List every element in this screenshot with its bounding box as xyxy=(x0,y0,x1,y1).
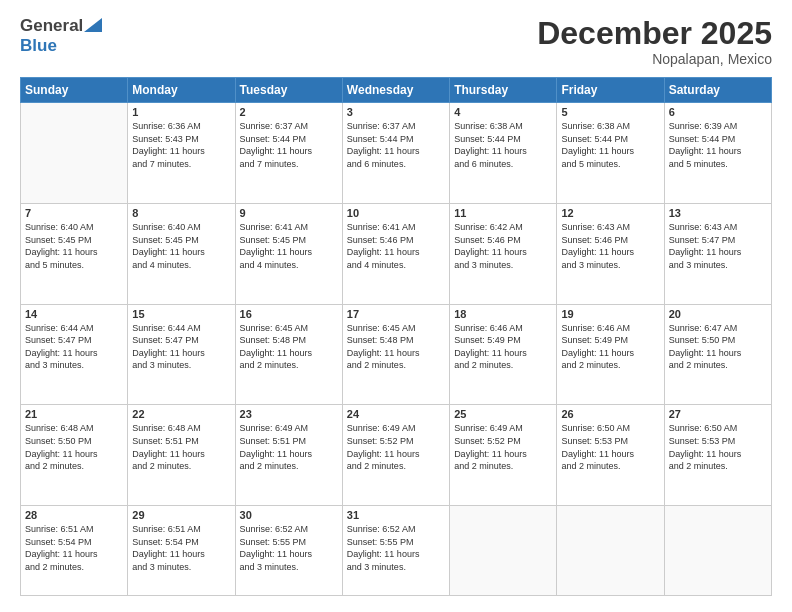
table-row: 5Sunrise: 6:38 AMSunset: 5:44 PMDaylight… xyxy=(557,103,664,204)
day-number: 9 xyxy=(240,207,338,219)
day-number: 14 xyxy=(25,308,123,320)
month-title: December 2025 xyxy=(537,16,772,51)
table-row: 19Sunrise: 6:46 AMSunset: 5:49 PMDayligh… xyxy=(557,304,664,405)
col-saturday: Saturday xyxy=(664,78,771,103)
day-number: 2 xyxy=(240,106,338,118)
day-number: 12 xyxy=(561,207,659,219)
day-number: 3 xyxy=(347,106,445,118)
day-info: Sunrise: 6:43 AMSunset: 5:47 PMDaylight:… xyxy=(669,221,767,271)
day-info: Sunrise: 6:46 AMSunset: 5:49 PMDaylight:… xyxy=(454,322,552,372)
calendar-table: Sunday Monday Tuesday Wednesday Thursday… xyxy=(20,77,772,596)
col-tuesday: Tuesday xyxy=(235,78,342,103)
day-number: 18 xyxy=(454,308,552,320)
table-row: 20Sunrise: 6:47 AMSunset: 5:50 PMDayligh… xyxy=(664,304,771,405)
day-info: Sunrise: 6:36 AMSunset: 5:43 PMDaylight:… xyxy=(132,120,230,170)
table-row: 3Sunrise: 6:37 AMSunset: 5:44 PMDaylight… xyxy=(342,103,449,204)
page: General Blue December 2025 Nopalapan, Me… xyxy=(0,0,792,612)
day-info: Sunrise: 6:51 AMSunset: 5:54 PMDaylight:… xyxy=(132,523,230,573)
table-row xyxy=(664,506,771,596)
logo-blue-text: Blue xyxy=(20,36,57,56)
table-row: 6Sunrise: 6:39 AMSunset: 5:44 PMDaylight… xyxy=(664,103,771,204)
day-info: Sunrise: 6:41 AMSunset: 5:46 PMDaylight:… xyxy=(347,221,445,271)
day-number: 21 xyxy=(25,408,123,420)
day-number: 31 xyxy=(347,509,445,521)
table-row: 22Sunrise: 6:48 AMSunset: 5:51 PMDayligh… xyxy=(128,405,235,506)
day-number: 10 xyxy=(347,207,445,219)
col-wednesday: Wednesday xyxy=(342,78,449,103)
table-row: 7Sunrise: 6:40 AMSunset: 5:45 PMDaylight… xyxy=(21,203,128,304)
table-row: 29Sunrise: 6:51 AMSunset: 5:54 PMDayligh… xyxy=(128,506,235,596)
day-number: 8 xyxy=(132,207,230,219)
table-row: 15Sunrise: 6:44 AMSunset: 5:47 PMDayligh… xyxy=(128,304,235,405)
table-row: 28Sunrise: 6:51 AMSunset: 5:54 PMDayligh… xyxy=(21,506,128,596)
day-info: Sunrise: 6:37 AMSunset: 5:44 PMDaylight:… xyxy=(240,120,338,170)
day-info: Sunrise: 6:45 AMSunset: 5:48 PMDaylight:… xyxy=(240,322,338,372)
day-info: Sunrise: 6:43 AMSunset: 5:46 PMDaylight:… xyxy=(561,221,659,271)
day-info: Sunrise: 6:49 AMSunset: 5:52 PMDaylight:… xyxy=(454,422,552,472)
col-friday: Friday xyxy=(557,78,664,103)
day-info: Sunrise: 6:51 AMSunset: 5:54 PMDaylight:… xyxy=(25,523,123,573)
day-number: 1 xyxy=(132,106,230,118)
day-info: Sunrise: 6:38 AMSunset: 5:44 PMDaylight:… xyxy=(561,120,659,170)
day-info: Sunrise: 6:48 AMSunset: 5:51 PMDaylight:… xyxy=(132,422,230,472)
day-number: 26 xyxy=(561,408,659,420)
table-row: 24Sunrise: 6:49 AMSunset: 5:52 PMDayligh… xyxy=(342,405,449,506)
day-info: Sunrise: 6:37 AMSunset: 5:44 PMDaylight:… xyxy=(347,120,445,170)
day-number: 22 xyxy=(132,408,230,420)
day-info: Sunrise: 6:49 AMSunset: 5:51 PMDaylight:… xyxy=(240,422,338,472)
table-row: 25Sunrise: 6:49 AMSunset: 5:52 PMDayligh… xyxy=(450,405,557,506)
day-number: 19 xyxy=(561,308,659,320)
table-row: 1Sunrise: 6:36 AMSunset: 5:43 PMDaylight… xyxy=(128,103,235,204)
table-row: 18Sunrise: 6:46 AMSunset: 5:49 PMDayligh… xyxy=(450,304,557,405)
table-row: 16Sunrise: 6:45 AMSunset: 5:48 PMDayligh… xyxy=(235,304,342,405)
table-row: 12Sunrise: 6:43 AMSunset: 5:46 PMDayligh… xyxy=(557,203,664,304)
day-number: 5 xyxy=(561,106,659,118)
day-info: Sunrise: 6:39 AMSunset: 5:44 PMDaylight:… xyxy=(669,120,767,170)
day-info: Sunrise: 6:40 AMSunset: 5:45 PMDaylight:… xyxy=(25,221,123,271)
table-row: 14Sunrise: 6:44 AMSunset: 5:47 PMDayligh… xyxy=(21,304,128,405)
logo: General Blue xyxy=(20,16,102,56)
table-row: 13Sunrise: 6:43 AMSunset: 5:47 PMDayligh… xyxy=(664,203,771,304)
svg-marker-0 xyxy=(84,18,102,32)
table-row: 17Sunrise: 6:45 AMSunset: 5:48 PMDayligh… xyxy=(342,304,449,405)
day-info: Sunrise: 6:52 AMSunset: 5:55 PMDaylight:… xyxy=(347,523,445,573)
day-info: Sunrise: 6:44 AMSunset: 5:47 PMDaylight:… xyxy=(25,322,123,372)
table-row: 10Sunrise: 6:41 AMSunset: 5:46 PMDayligh… xyxy=(342,203,449,304)
table-row: 31Sunrise: 6:52 AMSunset: 5:55 PMDayligh… xyxy=(342,506,449,596)
day-number: 24 xyxy=(347,408,445,420)
day-info: Sunrise: 6:46 AMSunset: 5:49 PMDaylight:… xyxy=(561,322,659,372)
day-number: 13 xyxy=(669,207,767,219)
day-info: Sunrise: 6:49 AMSunset: 5:52 PMDaylight:… xyxy=(347,422,445,472)
day-number: 11 xyxy=(454,207,552,219)
header: General Blue December 2025 Nopalapan, Me… xyxy=(20,16,772,67)
table-row: 30Sunrise: 6:52 AMSunset: 5:55 PMDayligh… xyxy=(235,506,342,596)
day-number: 29 xyxy=(132,509,230,521)
table-row: 8Sunrise: 6:40 AMSunset: 5:45 PMDaylight… xyxy=(128,203,235,304)
day-info: Sunrise: 6:38 AMSunset: 5:44 PMDaylight:… xyxy=(454,120,552,170)
table-row: 2Sunrise: 6:37 AMSunset: 5:44 PMDaylight… xyxy=(235,103,342,204)
day-info: Sunrise: 6:50 AMSunset: 5:53 PMDaylight:… xyxy=(669,422,767,472)
day-info: Sunrise: 6:42 AMSunset: 5:46 PMDaylight:… xyxy=(454,221,552,271)
day-number: 15 xyxy=(132,308,230,320)
table-row: 21Sunrise: 6:48 AMSunset: 5:50 PMDayligh… xyxy=(21,405,128,506)
location: Nopalapan, Mexico xyxy=(537,51,772,67)
day-number: 4 xyxy=(454,106,552,118)
table-row: 27Sunrise: 6:50 AMSunset: 5:53 PMDayligh… xyxy=(664,405,771,506)
day-info: Sunrise: 6:52 AMSunset: 5:55 PMDaylight:… xyxy=(240,523,338,573)
col-sunday: Sunday xyxy=(21,78,128,103)
day-number: 20 xyxy=(669,308,767,320)
table-row xyxy=(450,506,557,596)
day-info: Sunrise: 6:45 AMSunset: 5:48 PMDaylight:… xyxy=(347,322,445,372)
day-info: Sunrise: 6:44 AMSunset: 5:47 PMDaylight:… xyxy=(132,322,230,372)
col-monday: Monday xyxy=(128,78,235,103)
calendar-header-row: Sunday Monday Tuesday Wednesday Thursday… xyxy=(21,78,772,103)
day-number: 28 xyxy=(25,509,123,521)
day-number: 7 xyxy=(25,207,123,219)
day-info: Sunrise: 6:50 AMSunset: 5:53 PMDaylight:… xyxy=(561,422,659,472)
day-number: 25 xyxy=(454,408,552,420)
day-info: Sunrise: 6:41 AMSunset: 5:45 PMDaylight:… xyxy=(240,221,338,271)
day-number: 17 xyxy=(347,308,445,320)
day-number: 27 xyxy=(669,408,767,420)
table-row xyxy=(557,506,664,596)
table-row: 9Sunrise: 6:41 AMSunset: 5:45 PMDaylight… xyxy=(235,203,342,304)
